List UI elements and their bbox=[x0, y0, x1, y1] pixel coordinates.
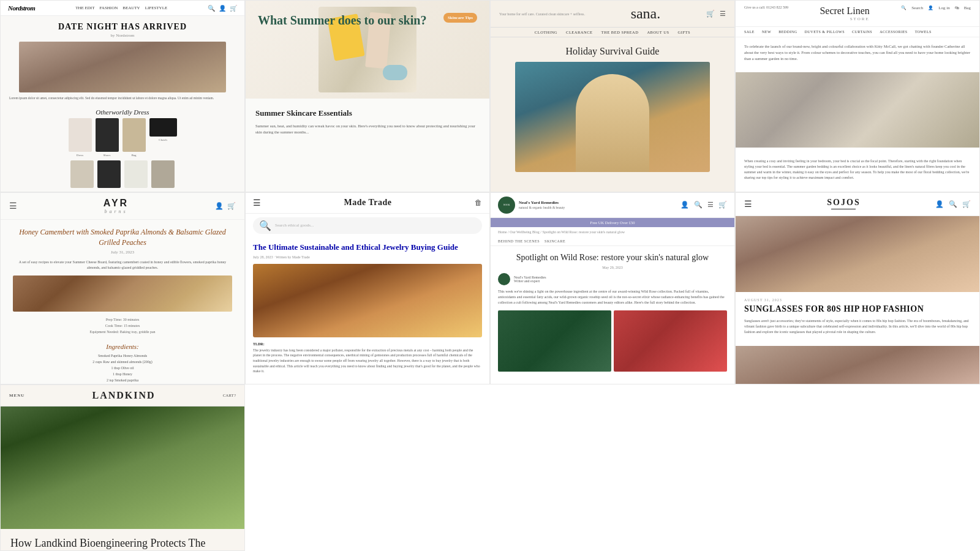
search-icon[interactable]: 🔍 bbox=[694, 201, 703, 209]
card4-logo: Secret Linen bbox=[820, 6, 869, 17]
neals-yard-logo-circle: NYR bbox=[498, 197, 515, 214]
card8-hero-image bbox=[736, 216, 979, 292]
hamburger-icon[interactable]: ☰ bbox=[744, 199, 752, 209]
bottom-product[interactable] bbox=[97, 160, 121, 188]
nav-item[interactable]: LIFESTYLE bbox=[145, 6, 168, 10]
card6-meta: July 28, 2023 · Written by Made Trade bbox=[253, 255, 482, 259]
card5-header: ☰ AYR barns 👤 🛒 bbox=[1, 193, 244, 220]
cart-icon[interactable]: 🛒 bbox=[227, 202, 236, 210]
hamburger-icon[interactable]: ☰ bbox=[707, 201, 714, 209]
product-item[interactable]: Shoes bbox=[96, 118, 119, 157]
nav-item[interactable]: BEAUTY bbox=[123, 6, 140, 10]
hamburger-icon[interactable]: ☰ bbox=[253, 198, 261, 208]
author-info: Neal's Yard Remedies Writer and expert bbox=[514, 276, 546, 283]
cook-time: Cook Time: 15 minutes bbox=[13, 323, 232, 329]
card6-article-title: The Ultimate Sustainable and Ethical Jew… bbox=[253, 242, 482, 253]
card1-nav: THE EDIT FASHION BEAUTY LIFESTYLE bbox=[75, 6, 167, 10]
card-nordstrom: Nordstrom THE EDIT FASHION BEAUTY LIFEST… bbox=[0, 0, 245, 192]
bottom-product[interactable] bbox=[70, 160, 94, 188]
card1-hero-subtitle: by Nordstrom bbox=[8, 33, 237, 38]
nav-new[interactable]: NEW bbox=[762, 30, 771, 34]
card1-section-title: Otherworldly Dress bbox=[1, 105, 244, 118]
user-icon[interactable]: 👤 bbox=[680, 201, 689, 209]
nav-curtains[interactable]: CURTAINS bbox=[852, 30, 872, 34]
equipment: Equipment Needed: Baking tray, griddle p… bbox=[13, 329, 232, 335]
nav-towels[interactable]: TOWELS bbox=[915, 30, 932, 34]
card4-header: Give us a call: 01243 822 599 Secret Lin… bbox=[736, 1, 979, 26]
cart-icon[interactable]: 🛒 bbox=[706, 10, 715, 18]
card6-search[interactable]: 🔍 Search ethical goods... bbox=[253, 217, 482, 234]
search-label: Search bbox=[911, 6, 923, 10]
user-icon[interactable]: 👤 bbox=[935, 200, 944, 208]
nav-item[interactable]: FASHION bbox=[99, 6, 118, 10]
product-item[interactable]: Dress bbox=[69, 118, 92, 157]
tag-behind-scenes[interactable]: BEHIND THE SCENES bbox=[498, 239, 540, 243]
card5-logo: AYR barns bbox=[17, 198, 215, 214]
card5-logo-main: AYR bbox=[17, 198, 215, 209]
card7-tags: BEHIND THE SCENES SKINCARE bbox=[491, 237, 734, 246]
card1-products: Dress Shoes Bag Clutch bbox=[1, 118, 244, 157]
card3-nav: CLOTHING CLEARANCE THE BED SPREAD ABOUT … bbox=[491, 27, 734, 37]
sunscreen-oval bbox=[383, 65, 407, 80]
login-label[interactable]: Log in bbox=[938, 6, 949, 10]
prep-time: Prep Time: 30 minutes bbox=[13, 317, 232, 323]
card-ayr-barns: ☰ AYR barns 👤 🛒 Honey Camembert with Smo… bbox=[0, 192, 245, 384]
card3-icons: 🛒 ☰ bbox=[706, 10, 726, 18]
card1-hero: DATE NIGHT HAS ARRIVED by Nordstrom bbox=[1, 16, 244, 42]
card8-icons: 👤 🔍 🛒 bbox=[935, 200, 971, 208]
user-icon[interactable]: 👤 bbox=[928, 6, 933, 10]
card7-logo-block: NYR Neal's Yard Remedies natural & organ… bbox=[498, 197, 565, 214]
card2-body-text: Summer sun, heat, and humidity can wreak… bbox=[255, 123, 480, 135]
user-icon[interactable]: 👤 bbox=[219, 5, 226, 12]
cart-icon[interactable]: 🛒 bbox=[962, 200, 971, 208]
card7-logo-text-block: Neal's Yard Remedies natural & organic h… bbox=[519, 200, 565, 209]
card1-bottom-products bbox=[1, 157, 244, 192]
cart-label[interactable]: CART? bbox=[223, 393, 236, 398]
menu-label[interactable]: MENU bbox=[9, 393, 24, 398]
card-made-trade: ☰ Made Trade 🗑 🔍 Search ethical goods...… bbox=[245, 192, 490, 384]
user-icon[interactable]: 👤 bbox=[215, 202, 224, 210]
nav-bedding[interactable]: BEDDING bbox=[778, 30, 797, 34]
card1-logo: Nordstrom bbox=[8, 4, 35, 12]
trash-icon[interactable]: 🗑 bbox=[475, 198, 482, 208]
nav-item[interactable]: THE EDIT bbox=[75, 6, 94, 10]
card6-logo: Made Trade bbox=[344, 198, 392, 208]
product-image bbox=[96, 118, 119, 152]
card4-hero-image bbox=[736, 72, 979, 148]
product-item[interactable]: Bag bbox=[123, 118, 146, 157]
nav-about[interactable]: ABOUT US bbox=[647, 30, 669, 34]
card6-tldr: TLDR: bbox=[253, 342, 482, 346]
search-icon[interactable]: 🔍 bbox=[949, 200, 957, 208]
bag-icon[interactable]: 🛍 bbox=[955, 6, 959, 10]
hamburger-icon[interactable]: ☰ bbox=[720, 10, 726, 18]
card5-details: Prep Time: 30 minutes Cook Time: 15 minu… bbox=[1, 312, 244, 340]
search-icon: 🔍 bbox=[259, 220, 271, 231]
search-icon[interactable]: 🔍 bbox=[208, 5, 215, 12]
bottom-product[interactable] bbox=[124, 160, 148, 188]
nav-accessories[interactable]: ACCESSORIES bbox=[880, 30, 908, 34]
nav-sale[interactable]: SALE bbox=[744, 30, 755, 34]
card2-title-block: What Summer does to our skin? bbox=[258, 13, 426, 28]
product-item[interactable]: Clutch bbox=[149, 118, 177, 157]
card1-hero-image bbox=[19, 42, 226, 92]
nav-clearance[interactable]: CLEARANCE bbox=[566, 30, 593, 34]
cart-icon[interactable]: 🛒 bbox=[230, 5, 237, 12]
card8-logo-block: SOJOS bbox=[827, 198, 860, 211]
hamburger-icon[interactable]: ☰ bbox=[9, 201, 17, 211]
tag-skincare[interactable]: SKINCARE bbox=[545, 239, 565, 243]
bottom-product[interactable] bbox=[151, 160, 175, 188]
room-image bbox=[736, 72, 979, 148]
nav-clothing[interactable]: CLOTHING bbox=[535, 30, 557, 34]
card-sojos: ☰ SOJOS 👤 🔍 🛒 AUGUST 31, 2023 SUNGLASSES… bbox=[735, 192, 980, 384]
nav-gifts[interactable]: GIFTS bbox=[678, 30, 691, 34]
card4-intro: To celebrate the launch of our brand-new… bbox=[744, 43, 971, 61]
card7-body-text: This week we're shining a light on the p… bbox=[491, 289, 734, 310]
card5-intro: A set of easy recipes to elevate your Su… bbox=[1, 260, 244, 271]
nav-duvets[interactable]: DUVETS & PILLOWS bbox=[805, 30, 845, 34]
author-avatar bbox=[498, 273, 510, 285]
cart-icon[interactable]: 🛒 bbox=[718, 201, 727, 209]
nav-bed-spread[interactable]: THE BED SPREAD bbox=[601, 30, 639, 34]
search-placeholder: Search ethical goods... bbox=[275, 223, 314, 228]
nature-image bbox=[1, 407, 244, 529]
search-icon[interactable]: 🔍 bbox=[901, 6, 907, 10]
